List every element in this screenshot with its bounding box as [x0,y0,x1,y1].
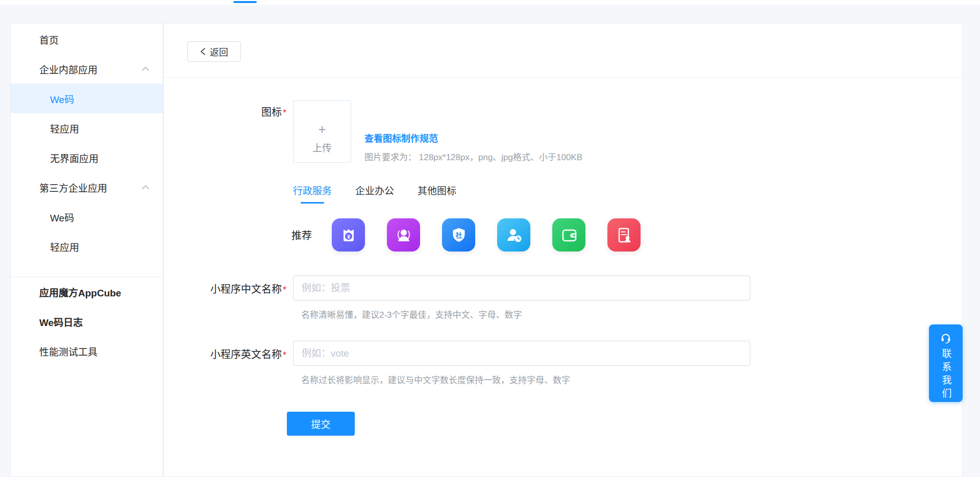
headset-icon [940,332,952,344]
contact-us-button[interactable]: 联系我们 [929,324,963,402]
sidebar-item-appcube[interactable]: 应用魔方AppCube [11,277,163,307]
attendance-person-clock-icon[interactable] [497,218,530,252]
en-name-input[interactable] [293,341,750,366]
upload-label: 上传 [312,140,332,154]
sidebar-item-label: 性能测试工具 [39,344,97,358]
sidebar: 首页 企业内部应用 We码 轻应用 无界面应用 第三方企业应用 We码 轻应用 … [10,23,163,477]
sidebar-group-internal-apps[interactable]: 企业内部应用 [11,54,163,84]
header-divider [164,77,962,78]
cn-name-input[interactable] [293,275,750,300]
sidebar-item-label: 第三方企业应用 [39,181,107,194]
sidebar-item-wecode-logs[interactable]: We码日志 [11,307,163,336]
salary-packet-icon[interactable]: ¥ [332,218,365,252]
sidebar-item-label: We码 [50,210,74,224]
tab-label: 行政服务 [293,183,332,197]
contact-us-label: 联系我们 [939,348,953,401]
people-icon[interactable] [387,218,420,252]
plus-icon: + [318,122,326,136]
sidebar-item-label: 首页 [39,33,59,46]
en-name-helper-text: 名称过长将影响显示，建议与中文字数长度保持一致，支持字母、数字 [301,373,570,386]
submit-button[interactable]: 提交 [287,412,355,436]
cn-name-helper-text: 名称清晰易懂，建议2-3个字最佳，支持中文、字母、数字 [301,308,522,320]
sidebar-item-performance-tools[interactable]: 性能测试工具 [11,336,163,366]
icon-upload-dropzone[interactable]: + 上传 [293,101,351,163]
required-mark: * [283,285,286,295]
sidebar-item-label: We码 [50,92,74,106]
tab-label: 其他图标 [418,183,456,197]
tab-other-icons[interactable]: 其他图标 [418,183,456,204]
sidebar-item-label: We码日志 [39,315,83,329]
svg-text:社: 社 [455,232,462,239]
active-tab-underline [301,202,324,204]
sidebar-item-light-app[interactable]: 轻应用 [11,113,163,143]
icon-field-label: 图标* [164,104,286,119]
sidebar-item-home[interactable]: 首页 [11,24,163,54]
social-insurance-shield-icon[interactable]: 社 [442,218,475,252]
sidebar-item-wecode[interactable]: We码 [11,84,163,113]
icon-category-tabs: 行政服务 企业办公 其他图标 [293,183,456,204]
tab-label: 企业办公 [355,183,394,197]
recommended-icons-row: 推荐 ¥ 社 [291,218,663,252]
top-nav-active-indicator [233,1,257,3]
certificate-stamp-icon[interactable] [607,218,641,252]
top-nav-sliver [0,0,980,5]
back-button-label: 返回 [210,45,228,58]
tab-administrative-services[interactable]: 行政服务 [293,183,332,204]
en-name-label: 小程序英文名称* [164,346,286,361]
svg-text:¥: ¥ [347,233,350,239]
sidebar-item-wecode-thirdparty[interactable]: We码 [11,202,163,232]
chevron-up-icon [141,185,150,190]
image-requirements-text: 图片要求为： 128px*128px，png、jpg格式、小于100KB [364,150,582,163]
icon-spec-link[interactable]: 查看图标制作规范 [364,131,438,144]
tab-enterprise-office[interactable]: 企业办公 [355,183,394,204]
required-mark: * [283,350,286,360]
sidebar-item-light-app-thirdparty[interactable]: 轻应用 [11,232,163,261]
sidebar-item-label: 应用魔方AppCube [39,285,121,299]
chevron-up-icon [141,66,150,71]
cn-name-label: 小程序中文名称* [164,281,286,296]
sidebar-item-headless-app[interactable]: 无界面应用 [11,143,163,172]
back-button[interactable]: 返回 [187,41,241,62]
main-content-panel: 返回 图标* + 上传 查看图标制作规范 图片要求为： 128px*128px，… [163,23,963,477]
wallet-icon[interactable] [552,218,585,252]
sidebar-item-label: 轻应用 [50,240,79,254]
recommend-label: 推荐 [291,228,313,242]
sidebar-group-thirdparty-apps[interactable]: 第三方企业应用 [11,172,163,202]
required-mark: * [283,108,286,118]
sidebar-item-label: 无界面应用 [50,151,99,165]
chevron-left-icon [200,47,206,56]
sidebar-item-label: 轻应用 [50,121,79,135]
sidebar-item-label: 企业内部应用 [39,62,97,76]
